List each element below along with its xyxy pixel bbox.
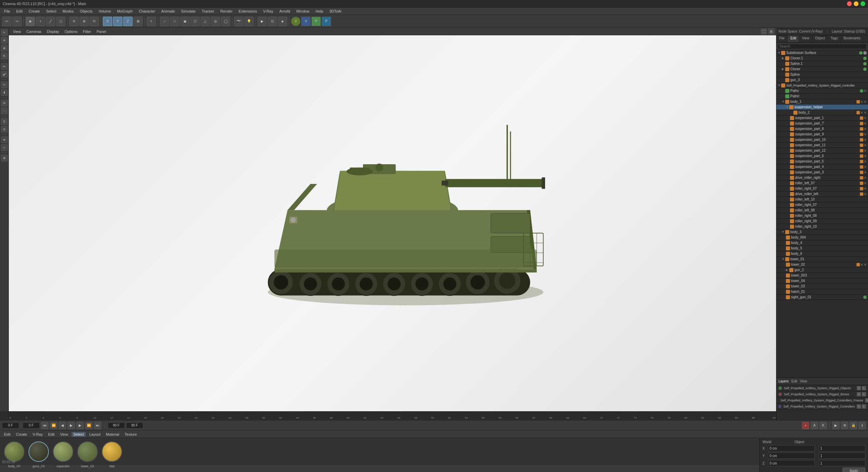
tree-item-roller-l07[interactable]: roller_left_07 ✕	[776, 181, 868, 186]
render-region-button[interactable]: ⊡	[268, 17, 277, 26]
tree-item-suspension-helper[interactable]: ▼ suspension_helper	[776, 105, 868, 110]
menu-character[interactable]: Character	[136, 8, 158, 14]
mode-points[interactable]: •	[36, 17, 45, 26]
menu-volume[interactable]: Volume	[96, 8, 114, 14]
material-superskin[interactable]: superskin	[53, 441, 73, 462]
lt-magnet[interactable]: ⊛	[1, 155, 8, 162]
vray-sphere[interactable]: V	[291, 17, 301, 26]
tab-view[interactable]: View	[799, 35, 812, 42]
bt-edit[interactable]: Edit	[2, 432, 13, 437]
layers-view-tab[interactable]: View	[800, 379, 807, 383]
tab-edit[interactable]: Edit	[788, 35, 799, 42]
lt-loop[interactable]: ⟳	[1, 100, 8, 107]
auto-key-button[interactable]: A	[811, 422, 818, 429]
axis-lock[interactable]: ⊠	[133, 17, 143, 26]
render-button[interactable]: ▶	[257, 17, 267, 26]
tree-item-susp4[interactable]: suspension_part_4 ✕	[776, 164, 868, 170]
py-script[interactable]: P	[311, 17, 321, 26]
tree-item-subdivision-surface[interactable]: ▼ Subdivision Surface	[776, 50, 868, 56]
filter-menu[interactable]: Filter	[81, 29, 93, 34]
tree-item-susp6[interactable]: suspension_part_6 ✕	[776, 153, 868, 159]
layer-controllers[interactable]: Self_Propelled_Artillery_System_Rigged_C…	[776, 403, 868, 410]
mode-model[interactable]: ■	[25, 17, 35, 26]
prev-keyframe-button[interactable]: ⏪	[50, 422, 57, 429]
timeline-ruler[interactable]: 0 2 4 6 8 10 12 14 16 18 20 22 24 26	[9, 412, 776, 420]
tree-item-roller-r07[interactable]: roller_right_07 ✕	[776, 186, 868, 191]
pb-settings-button[interactable]: ⚙	[841, 422, 848, 429]
viewport[interactable]	[9, 35, 776, 411]
tree-item-roller-r07b[interactable]: roller_right_07	[776, 202, 868, 208]
lt-spline2[interactable]: S	[1, 126, 8, 133]
y-position-input[interactable]	[768, 453, 815, 459]
pb-lock-button[interactable]: 🔒	[850, 422, 857, 429]
layer-vis-icon[interactable]: V	[865, 398, 868, 402]
tree-item-drive-right[interactable]: drive_roller_right ✕	[776, 175, 868, 181]
view-menu[interactable]: View	[11, 29, 23, 34]
lt-rotate[interactable]: ↻	[1, 53, 8, 59]
y-scale-input[interactable]	[819, 453, 866, 459]
tree-item-body6[interactable]: body_6	[776, 251, 868, 257]
viewport-layout[interactable]: ⊞	[768, 29, 774, 35]
pb-info-button[interactable]: ℹ	[859, 422, 866, 429]
layers-tab[interactable]: Layers	[778, 379, 789, 383]
z-position-input[interactable]	[768, 460, 815, 466]
layer-controllers-freeze[interactable]: Self_Propelled_Artillery_System_Rigged_C…	[776, 397, 868, 403]
tree-item-roller-r10[interactable]: roller_right_10	[776, 224, 868, 229]
viewport-maximize[interactable]: ⛶	[761, 29, 767, 35]
tree-item-body1[interactable]: ▼ body_1 ✕ ✕	[776, 99, 868, 105]
redo-button[interactable]: ↪	[12, 17, 22, 26]
null-object[interactable]: ○	[160, 17, 169, 26]
tree-item-body2[interactable]: body_2 ✕ ✕	[776, 110, 868, 115]
lt-move[interactable]: ✛	[1, 37, 8, 44]
tree-item-spas-main[interactable]: ▼ Self_Propelled_Artilery_System_Rigged_…	[776, 83, 868, 88]
tree-item-body004[interactable]: body_004	[776, 235, 868, 240]
z-scale-input[interactable]	[819, 460, 866, 466]
go-to-start-button[interactable]: ⏮	[41, 422, 49, 429]
sphere-button[interactable]: ◉	[180, 17, 190, 26]
x-axis[interactable]: X	[103, 17, 112, 26]
menu-render[interactable]: Render	[218, 8, 235, 14]
panel-menu[interactable]: Panel	[95, 29, 108, 34]
mode-edges[interactable]: ╱	[46, 17, 55, 26]
apply-button[interactable]: Apply	[843, 468, 865, 472]
tree-item-body5[interactable]: body_5	[776, 246, 868, 251]
cone-button[interactable]: △	[200, 17, 210, 26]
tree-item-tower003[interactable]: tower_003	[776, 273, 868, 278]
tree-item-roller-l08[interactable]: roller_left_08	[776, 208, 868, 213]
disc-button[interactable]: ◯	[221, 17, 230, 26]
tab-object[interactable]: Object	[812, 35, 828, 42]
tree-item-spline1[interactable]: Spline.1	[776, 61, 868, 67]
render-queue-button[interactable]: ▶	[832, 422, 840, 429]
material-tower-ch[interactable]: tower_Ch	[77, 441, 98, 462]
lt-knife[interactable]: ✂	[1, 81, 8, 88]
tree-item-pathrl[interactable]: Pathrl	[776, 94, 868, 99]
tree-item-gun2[interactable]: ▶ gun_2	[776, 267, 868, 273]
tree-item-roller-r08[interactable]: roller_right_08	[776, 213, 868, 219]
tree-item-hatch01[interactable]: hatch_01	[776, 289, 868, 295]
tree-item-tower03[interactable]: tower_03	[776, 284, 868, 289]
tab-bookmarks[interactable]: Bookmarks	[841, 35, 864, 42]
material-mat[interactable]: Mat	[102, 441, 122, 462]
tree-item-tower04[interactable]: tower_04	[776, 278, 868, 284]
layer-lock-icon[interactable]: L	[862, 386, 866, 390]
current-time-input[interactable]	[23, 422, 40, 429]
menu-tracker[interactable]: Tracker	[199, 8, 217, 14]
current-frame-input[interactable]	[2, 422, 19, 429]
bt-edit2[interactable]: Edit	[46, 432, 57, 437]
torus-button[interactable]: ◎	[211, 17, 220, 26]
tree-item-cloner1[interactable]: ▶ Cloner.1	[776, 56, 868, 61]
bt-select[interactable]: Select	[72, 432, 86, 437]
prev-frame-button[interactable]: ◀	[59, 422, 66, 429]
x-position-input[interactable]	[768, 445, 815, 451]
x-scale-input[interactable]	[819, 445, 866, 451]
lt-connect[interactable]: ⋯	[1, 108, 8, 114]
lt-select[interactable]: ↖	[1, 29, 8, 36]
tree-item-roller-l10[interactable]: roller_left_10	[776, 197, 868, 202]
lt-extrude[interactable]: ⬆	[1, 89, 8, 96]
tree-item-susp5[interactable]: suspension_part_5 ✕	[776, 159, 868, 164]
go-to-end-button[interactable]: ⏭	[94, 422, 101, 429]
layer-vis-icon[interactable]: V	[857, 392, 861, 396]
move-tool[interactable]: ✛	[69, 17, 79, 26]
key-mode-button[interactable]: K	[819, 422, 827, 429]
layer-vis-icon[interactable]: V	[857, 404, 861, 409]
